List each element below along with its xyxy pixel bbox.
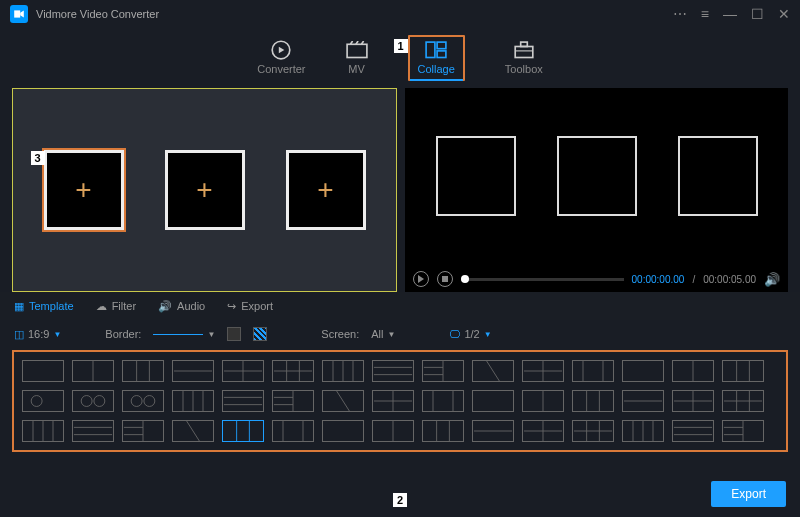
template-cell[interactable] xyxy=(572,390,614,412)
ratio-value: 16:9 xyxy=(28,328,49,340)
nav-collage[interactable]: 1 Collage xyxy=(408,35,465,81)
template-cell[interactable] xyxy=(172,390,214,412)
template-cell[interactable] xyxy=(372,390,414,412)
template-cell[interactable] xyxy=(172,420,214,442)
minimize-icon[interactable]: — xyxy=(723,6,737,22)
border-style-select[interactable]: ▼ xyxy=(153,330,215,339)
preview-slot xyxy=(436,136,516,216)
tab-template[interactable]: ▦Template xyxy=(14,300,74,313)
collage-slot-1[interactable]: 3 + xyxy=(44,150,124,230)
template-cell[interactable] xyxy=(272,360,314,382)
template-cell[interactable] xyxy=(172,360,214,382)
preview-panel: 00:00:00.00/00:00:05.00 🔊 xyxy=(405,88,788,292)
nav-mv-label: MV xyxy=(348,63,365,75)
template-cell[interactable] xyxy=(22,390,64,412)
stop-button[interactable] xyxy=(437,271,453,287)
seek-track[interactable] xyxy=(461,278,624,281)
template-cell[interactable] xyxy=(472,360,514,382)
template-cell[interactable] xyxy=(422,360,464,382)
template-cell[interactable] xyxy=(222,360,264,382)
template-cell[interactable] xyxy=(472,390,514,412)
template-cell[interactable] xyxy=(222,390,264,412)
template-cell[interactable] xyxy=(672,360,714,382)
maximize-icon[interactable]: ☐ xyxy=(751,6,764,22)
collage-slot-3[interactable]: + xyxy=(286,150,366,230)
template-cell[interactable] xyxy=(722,360,764,382)
template-cell[interactable] xyxy=(672,390,714,412)
export-icon: ↪ xyxy=(227,300,236,313)
template-cell[interactable] xyxy=(372,360,414,382)
callout-3: 3 xyxy=(31,151,45,165)
nav-mv[interactable]: MV xyxy=(346,41,368,75)
aspect-ratio-select[interactable]: ◫16:9▼ xyxy=(14,328,61,341)
template-cell[interactable] xyxy=(122,420,164,442)
template-cell[interactable] xyxy=(72,420,114,442)
tab-filter-label: Filter xyxy=(112,300,136,312)
tab-template-label: Template xyxy=(29,300,74,312)
time-sep: / xyxy=(692,274,695,285)
template-cell[interactable] xyxy=(572,360,614,382)
border-label: Border: xyxy=(105,328,141,340)
template-cell[interactable] xyxy=(272,390,314,412)
tab-export[interactable]: ↪Export xyxy=(227,300,273,313)
template-cell[interactable] xyxy=(722,390,764,412)
tab-audio[interactable]: 🔊Audio xyxy=(158,300,205,313)
seek-thumb[interactable] xyxy=(461,275,469,283)
tab-filter[interactable]: ☁Filter xyxy=(96,300,136,313)
add-icon: + xyxy=(196,174,212,206)
preview-page-select[interactable]: 🖵1/2▼ xyxy=(449,328,491,340)
close-icon[interactable]: ✕ xyxy=(778,6,790,22)
collage-slot-2[interactable]: + xyxy=(165,150,245,230)
template-cell[interactable] xyxy=(72,360,114,382)
template-cell[interactable] xyxy=(522,360,564,382)
template-icon: ▦ xyxy=(14,300,24,313)
time-total: 00:00:05.00 xyxy=(703,274,756,285)
template-cell[interactable] xyxy=(422,420,464,442)
monitor-icon: 🖵 xyxy=(449,328,460,340)
export-button[interactable]: Export xyxy=(711,481,786,507)
template-cell[interactable] xyxy=(322,360,364,382)
template-grid xyxy=(12,350,788,452)
template-cell[interactable] xyxy=(22,420,64,442)
template-cell[interactable] xyxy=(622,420,664,442)
nav-toolbox[interactable]: Toolbox xyxy=(505,41,543,75)
template-cell[interactable] xyxy=(522,390,564,412)
svg-rect-3 xyxy=(426,42,435,57)
template-cell[interactable] xyxy=(472,420,514,442)
collage-icon xyxy=(425,41,447,59)
template-cell[interactable] xyxy=(122,390,164,412)
template-cell[interactable] xyxy=(622,390,664,412)
template-cell[interactable] xyxy=(322,390,364,412)
template-cell[interactable] xyxy=(522,420,564,442)
template-cell[interactable] xyxy=(222,420,264,442)
template-cell[interactable] xyxy=(622,360,664,382)
feedback-icon[interactable]: ⋯ xyxy=(673,6,687,22)
template-cell[interactable] xyxy=(272,420,314,442)
add-icon: + xyxy=(75,174,91,206)
template-cell[interactable] xyxy=(122,360,164,382)
svg-rect-2 xyxy=(347,45,367,58)
template-cell[interactable] xyxy=(22,360,64,382)
template-cell[interactable] xyxy=(672,420,714,442)
template-cell[interactable] xyxy=(372,420,414,442)
nav-converter[interactable]: Converter xyxy=(257,41,305,75)
ratio-icon: ◫ xyxy=(14,328,24,341)
page-value: 1/2 xyxy=(464,328,479,340)
callout-1: 1 xyxy=(394,39,408,53)
border-pattern-picker[interactable] xyxy=(253,327,267,341)
template-cell[interactable] xyxy=(322,420,364,442)
screen-label: Screen: xyxy=(321,328,359,340)
filter-icon: ☁ xyxy=(96,300,107,313)
template-cell[interactable] xyxy=(422,390,464,412)
border-color-picker[interactable] xyxy=(227,327,241,341)
template-cell[interactable] xyxy=(572,420,614,442)
volume-icon[interactable]: 🔊 xyxy=(764,272,780,287)
nav-converter-label: Converter xyxy=(257,63,305,75)
template-cell[interactable] xyxy=(722,420,764,442)
template-cell[interactable] xyxy=(72,390,114,412)
play-button[interactable] xyxy=(413,271,429,287)
screen-select[interactable]: All▼ xyxy=(371,328,395,340)
svg-rect-4 xyxy=(437,42,446,49)
menu-icon[interactable]: ≡ xyxy=(701,6,709,22)
svg-rect-9 xyxy=(442,276,448,282)
